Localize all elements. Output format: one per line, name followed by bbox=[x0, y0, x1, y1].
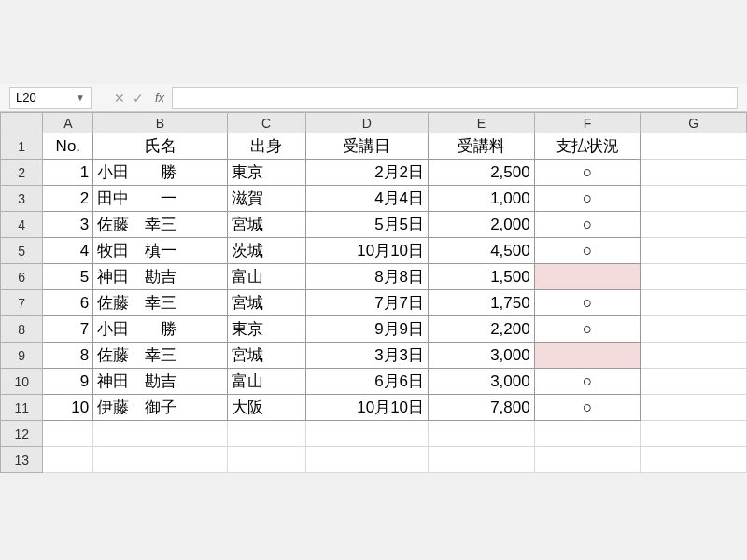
col-header-A[interactable]: A bbox=[43, 113, 93, 133]
col-header-D[interactable]: D bbox=[305, 113, 429, 133]
cell[interactable]: ○ bbox=[534, 186, 641, 212]
cell[interactable]: 東京 bbox=[227, 316, 305, 343]
cell[interactable]: 1 bbox=[43, 160, 93, 186]
cell[interactable]: ○ bbox=[534, 316, 641, 343]
cell[interactable] bbox=[641, 316, 747, 343]
cell[interactable] bbox=[227, 421, 305, 447]
row-header-3[interactable]: 3 bbox=[1, 186, 43, 212]
confirm-icon[interactable]: ✓ bbox=[133, 91, 144, 105]
cell[interactable] bbox=[534, 264, 641, 290]
cell[interactable]: 9 bbox=[43, 369, 93, 395]
cell[interactable]: 茨城 bbox=[227, 238, 305, 264]
cell[interactable] bbox=[43, 447, 93, 473]
cell[interactable]: 2 bbox=[43, 186, 93, 212]
row-header-8[interactable]: 8 bbox=[1, 316, 43, 343]
cell[interactable] bbox=[534, 343, 641, 369]
cell[interactable]: 3,000 bbox=[429, 343, 535, 369]
cell[interactable]: 滋賀 bbox=[227, 186, 305, 212]
row-header-10[interactable]: 10 bbox=[1, 369, 43, 395]
cell[interactable]: 7 bbox=[43, 316, 93, 343]
cell[interactable]: 佐藤 幸三 bbox=[93, 290, 228, 316]
cell[interactable] bbox=[641, 447, 747, 473]
cell[interactable]: 5月5日 bbox=[305, 212, 429, 238]
col-header-G[interactable]: G bbox=[641, 113, 747, 133]
name-box[interactable]: L20 ▼ bbox=[9, 87, 92, 109]
row-header-13[interactable]: 13 bbox=[1, 447, 43, 473]
cell[interactable] bbox=[305, 421, 429, 447]
cell[interactable]: 2月2日 bbox=[305, 160, 429, 186]
cell[interactable]: 3月3日 bbox=[305, 343, 429, 369]
cell[interactable]: ○ bbox=[534, 238, 641, 264]
cell[interactable] bbox=[641, 212, 747, 238]
cell[interactable]: ○ bbox=[534, 369, 641, 395]
cell[interactable] bbox=[641, 369, 747, 395]
cell[interactable]: 2,500 bbox=[429, 160, 535, 186]
cell[interactable]: 佐藤 幸三 bbox=[93, 343, 228, 369]
cell[interactable]: 6 bbox=[43, 290, 93, 316]
cell[interactable]: 神田 勘吉 bbox=[93, 369, 228, 395]
cell[interactable]: No. bbox=[43, 133, 93, 160]
cell[interactable] bbox=[43, 421, 93, 447]
cell[interactable]: 佐藤 幸三 bbox=[93, 212, 228, 238]
row-header-6[interactable]: 6 bbox=[1, 264, 43, 290]
cell[interactable] bbox=[641, 186, 747, 212]
cell[interactable]: 支払状況 bbox=[534, 133, 641, 160]
cell[interactable]: 東京 bbox=[227, 160, 305, 186]
cell[interactable]: 8 bbox=[43, 343, 93, 369]
cell[interactable]: 富山 bbox=[227, 264, 305, 290]
cell[interactable]: 小田 勝 bbox=[93, 160, 228, 186]
row-header-2[interactable]: 2 bbox=[1, 160, 43, 186]
col-header-E[interactable]: E bbox=[429, 113, 535, 133]
cell[interactable]: ○ bbox=[534, 290, 641, 316]
row-header-4[interactable]: 4 bbox=[1, 212, 43, 238]
cell[interactable]: 3,000 bbox=[429, 369, 535, 395]
cell[interactable]: ○ bbox=[534, 212, 641, 238]
row-header-11[interactable]: 11 bbox=[1, 395, 43, 421]
cell[interactable] bbox=[641, 395, 747, 421]
cell[interactable]: 大阪 bbox=[227, 395, 305, 421]
col-header-F[interactable]: F bbox=[534, 113, 641, 133]
cell[interactable] bbox=[429, 447, 535, 473]
cell[interactable] bbox=[93, 447, 228, 473]
cell[interactable]: 1,500 bbox=[429, 264, 535, 290]
cell[interactable] bbox=[93, 421, 228, 447]
cell[interactable]: 1,000 bbox=[429, 186, 535, 212]
cell[interactable]: 6月6日 bbox=[305, 369, 429, 395]
cell[interactable]: 宮城 bbox=[227, 290, 305, 316]
cell[interactable] bbox=[305, 447, 429, 473]
cell[interactable]: 田中 一 bbox=[93, 186, 228, 212]
chevron-down-icon[interactable]: ▼ bbox=[76, 92, 85, 103]
grid[interactable]: A B C D E F G 1 No. 氏名 出身 受講日 受講料 支払状況 2… bbox=[0, 112, 747, 473]
cell[interactable]: 3 bbox=[43, 212, 93, 238]
cell[interactable] bbox=[227, 447, 305, 473]
cell[interactable]: 神田 勘吉 bbox=[93, 264, 228, 290]
cell[interactable]: 8月8日 bbox=[305, 264, 429, 290]
cell[interactable] bbox=[534, 421, 641, 447]
select-all-corner[interactable] bbox=[1, 113, 43, 133]
cell[interactable]: 2,200 bbox=[429, 316, 535, 343]
cell[interactable]: 出身 bbox=[227, 133, 305, 160]
cell[interactable]: 4月4日 bbox=[305, 186, 429, 212]
cell[interactable] bbox=[641, 421, 747, 447]
cell[interactable]: 10 bbox=[43, 395, 93, 421]
cell[interactable] bbox=[641, 343, 747, 369]
cell[interactable]: 宮城 bbox=[227, 212, 305, 238]
cell[interactable]: 10月10日 bbox=[305, 395, 429, 421]
cell[interactable] bbox=[534, 447, 641, 473]
row-header-1[interactable]: 1 bbox=[1, 133, 43, 160]
cell[interactable]: ○ bbox=[534, 160, 641, 186]
row-header-9[interactable]: 9 bbox=[1, 343, 43, 369]
cancel-icon[interactable]: ✕ bbox=[114, 91, 125, 105]
cell[interactable]: 受講料 bbox=[429, 133, 535, 160]
cell[interactable]: 受講日 bbox=[305, 133, 429, 160]
cell[interactable]: 1,750 bbox=[429, 290, 535, 316]
cell[interactable]: 9月9日 bbox=[305, 316, 429, 343]
cell[interactable]: ○ bbox=[534, 395, 641, 421]
fx-label[interactable]: fx bbox=[155, 91, 164, 105]
cell[interactable] bbox=[641, 238, 747, 264]
row-header-5[interactable]: 5 bbox=[1, 238, 43, 264]
cell[interactable]: 伊藤 御子 bbox=[93, 395, 228, 421]
cell[interactable]: 牧田 槙一 bbox=[93, 238, 228, 264]
col-header-B[interactable]: B bbox=[93, 113, 228, 133]
cell[interactable]: 宮城 bbox=[227, 343, 305, 369]
